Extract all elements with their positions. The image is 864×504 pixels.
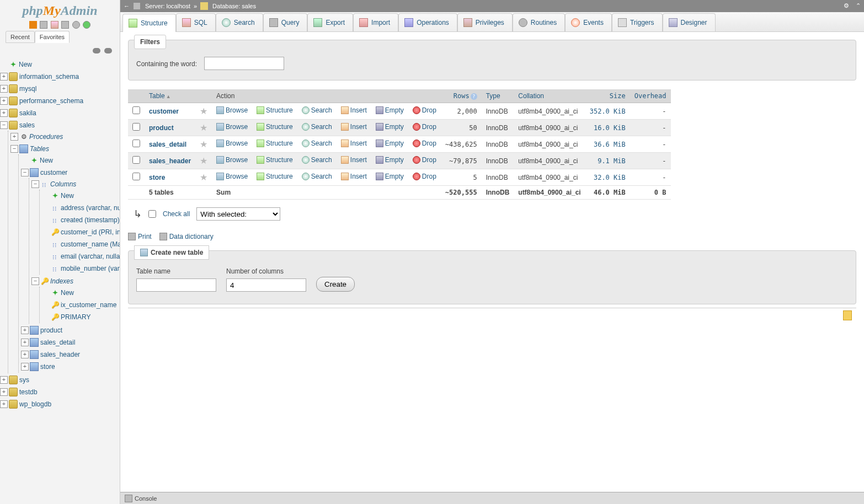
table-link[interactable]: store — [40, 363, 55, 371]
table-icon[interactable] — [30, 338, 39, 347]
database-icon[interactable] — [9, 400, 18, 409]
favorite-star-icon[interactable]: ★ — [200, 140, 207, 149]
column-link[interactable]: email (varchar, nullable) — [61, 253, 120, 260]
toggle-icon[interactable]: + — [0, 376, 8, 384]
toggle-icon[interactable]: + — [0, 109, 8, 117]
tab-favorites[interactable]: Favorites — [35, 31, 70, 43]
database-icon[interactable] — [9, 376, 18, 384]
database-icon[interactable] — [9, 84, 18, 93]
procedures-link[interactable]: Procedures — [29, 133, 63, 141]
structure-action[interactable]: Structure — [257, 173, 293, 180]
toggle-icon[interactable]: + — [21, 351, 29, 358]
size-link[interactable]: 352.0 KiB — [590, 108, 626, 115]
bookmark-icon[interactable] — [843, 310, 852, 320]
print-link[interactable]: Print — [128, 233, 152, 240]
row-checkbox[interactable] — [132, 156, 140, 164]
browse-action[interactable]: Browse — [216, 173, 248, 180]
empty-action[interactable]: Empty — [376, 156, 404, 164]
col-table[interactable]: Table — [149, 92, 165, 100]
nav-back-icon[interactable]: ← — [124, 3, 130, 9]
database-icon[interactable] — [9, 72, 18, 81]
table-name-link[interactable]: sales_detail — [149, 141, 186, 148]
db-link[interactable]: sales — [242, 3, 256, 9]
size-link[interactable]: 9.1 MiB — [598, 157, 626, 165]
settings-icon[interactable] — [72, 21, 80, 29]
tab-query[interactable]: Query — [263, 13, 308, 31]
reload-icon[interactable] — [83, 21, 90, 29]
tab-recent[interactable]: Recent — [6, 31, 35, 43]
col-overhead[interactable]: Overhead — [634, 92, 666, 100]
toggle-icon[interactable]: + — [0, 400, 8, 408]
check-all-checkbox[interactable] — [148, 210, 156, 218]
tab-structure[interactable]: Structure — [122, 14, 176, 32]
toggle-icon[interactable]: + — [21, 339, 29, 346]
browse-action[interactable]: Browse — [216, 156, 248, 164]
collapse-icon[interactable]: ⌃ — [856, 2, 861, 10]
insert-action[interactable]: Insert — [341, 156, 367, 164]
toggle-icon[interactable]: − — [31, 180, 39, 188]
tab-events[interactable]: Events — [565, 13, 612, 31]
logout-icon[interactable] — [40, 21, 47, 29]
column-link[interactable]: customer_name (Mandatory) — [61, 240, 120, 248]
toggle-icon[interactable]: − — [21, 169, 29, 176]
database-icon[interactable] — [9, 109, 18, 117]
db-link[interactable]: testdb — [19, 388, 38, 396]
size-link[interactable]: 16.0 KiB — [594, 124, 626, 132]
drop-action[interactable]: Drop — [413, 156, 436, 164]
db-link[interactable]: mysql — [19, 85, 36, 93]
column-link[interactable]: New — [61, 192, 74, 200]
toggle-icon[interactable]: + — [0, 85, 8, 93]
index-link[interactable]: ix_customer_name — [61, 301, 116, 309]
toggle-icon[interactable]: − — [10, 145, 18, 153]
drop-action[interactable]: Drop — [413, 173, 436, 180]
tab-triggers[interactable]: Triggers — [612, 13, 663, 31]
row-checkbox[interactable] — [132, 140, 140, 147]
help-icon[interactable]: ? — [471, 93, 477, 100]
search-action[interactable]: Search — [302, 106, 332, 114]
empty-action[interactable]: Empty — [376, 140, 404, 147]
tab-designer[interactable]: Designer — [663, 13, 716, 31]
tab-sql[interactable]: SQL — [176, 13, 216, 31]
database-icon[interactable] — [9, 121, 18, 130]
insert-action[interactable]: Insert — [341, 123, 367, 131]
console-toggle[interactable]: Console — [120, 492, 864, 504]
database-icon[interactable] — [9, 388, 18, 396]
toggle-icon[interactable]: + — [0, 388, 8, 396]
empty-action[interactable]: Empty — [376, 106, 404, 114]
tables-link[interactable]: Tables — [30, 145, 49, 153]
favorite-star-icon[interactable]: ★ — [200, 123, 207, 132]
column-link[interactable]: created (timestamp) — [61, 216, 120, 224]
new-table-link[interactable]: New — [40, 157, 53, 164]
sql-icon[interactable] — [51, 21, 58, 29]
table-icon[interactable] — [30, 326, 39, 335]
docs-icon[interactable] — [61, 21, 69, 29]
table-name-link[interactable]: sales_header — [149, 157, 191, 165]
db-link[interactable]: information_schema — [19, 73, 79, 81]
row-checkbox[interactable] — [132, 123, 140, 131]
search-action[interactable]: Search — [302, 156, 332, 164]
table-name-link[interactable]: store — [149, 174, 165, 181]
insert-action[interactable]: Insert — [341, 173, 367, 180]
insert-action[interactable]: Insert — [341, 106, 367, 114]
size-link[interactable]: 36.6 MiB — [594, 141, 626, 148]
db-link[interactable]: sys — [19, 376, 29, 384]
db-link[interactable]: performance_schema — [19, 97, 83, 105]
col-type[interactable]: Type — [486, 92, 500, 100]
create-button[interactable]: Create — [316, 277, 355, 292]
tab-export[interactable]: Export — [307, 13, 353, 31]
drop-action[interactable]: Drop — [413, 123, 436, 131]
toggle-icon[interactable]: + — [21, 326, 29, 334]
server-link[interactable]: localhost — [167, 3, 190, 9]
table-link[interactable]: product — [40, 326, 62, 334]
table-customer[interactable]: customer — [40, 169, 67, 176]
page-settings-icon[interactable]: ⚙ — [844, 2, 851, 10]
drop-action[interactable]: Drop — [413, 106, 436, 114]
row-checkbox[interactable] — [132, 106, 140, 114]
check-all-link[interactable]: Check all — [163, 210, 190, 218]
favorite-star-icon[interactable]: ★ — [200, 106, 207, 116]
search-action[interactable]: Search — [302, 173, 332, 180]
new-db-link[interactable]: New — [19, 61, 32, 68]
tab-search[interactable]: Search — [216, 13, 263, 31]
search-action[interactable]: Search — [302, 140, 332, 147]
empty-action[interactable]: Empty — [376, 173, 404, 180]
